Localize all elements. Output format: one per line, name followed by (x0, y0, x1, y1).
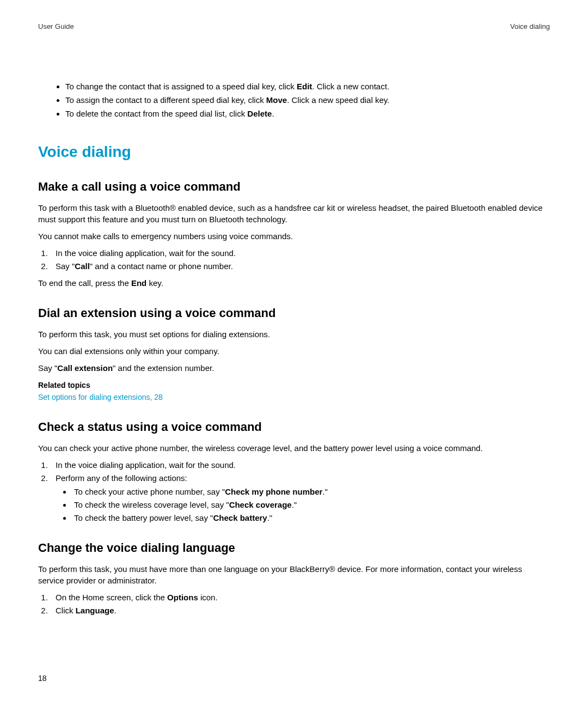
subsection-change-language: Change the voice dialing language (38, 540, 550, 557)
header-right: Voice dialing (510, 22, 550, 32)
subsection-check-status: Check a status using a voice command (38, 419, 550, 436)
paragraph: To perform this task with a Bluetooth® e… (38, 202, 550, 225)
list-item: Say "Call" and a contact name or phone n… (50, 260, 550, 272)
list-item: To change the contact that is assigned t… (65, 81, 550, 92)
list-item: Click Language. (50, 605, 550, 616)
paragraph: To perform this task, you must set optio… (38, 328, 550, 340)
paragraph: You cannot make calls to emergency numbe… (38, 230, 550, 242)
list-item: Perform any of the following actions: To… (50, 472, 550, 524)
paragraph: To perform this task, you must have more… (38, 563, 550, 586)
page-header: User Guide Voice dialing (38, 22, 550, 32)
paragraph: You can check your active phone number, … (38, 442, 550, 454)
ordered-steps: In the voice dialing application, wait f… (38, 247, 550, 272)
paragraph: You can dial extensions only within your… (38, 345, 550, 357)
list-item: On the Home screen, click the Options ic… (50, 592, 550, 603)
list-item: To assign the contact to a different spe… (65, 94, 550, 106)
header-left: User Guide (38, 22, 74, 32)
subsection-make-call: Make a call using a voice command (38, 179, 550, 196)
ordered-steps: On the Home screen, click the Options ic… (38, 592, 550, 616)
inner-bullet-list: To check your active phone number, say "… (56, 486, 550, 524)
related-topics-label: Related topics (38, 380, 550, 391)
list-item: To check the battery power level, say "C… (72, 512, 550, 524)
page-number: 18 (38, 673, 47, 684)
list-item: To check your active phone number, say "… (72, 486, 550, 497)
list-item: In the voice dialing application, wait f… (50, 459, 550, 471)
subsection-dial-extension: Dial an extension using a voice command (38, 305, 550, 322)
list-item: In the voice dialing application, wait f… (50, 247, 550, 259)
section-title-voice-dialing: Voice dialing (38, 141, 550, 162)
related-topic-link[interactable]: Set options for dialing extensions, 28 (38, 392, 550, 403)
list-item: To delete the contact from the speed dia… (65, 108, 550, 119)
paragraph: To end the call, press the End key. (38, 277, 550, 289)
top-bullet-list: To change the contact that is assigned t… (38, 81, 550, 119)
ordered-steps: In the voice dialing application, wait f… (38, 459, 550, 524)
paragraph: Say "Call extension" and the extension n… (38, 362, 550, 374)
list-item: To check the wireless coverage level, sa… (72, 499, 550, 510)
